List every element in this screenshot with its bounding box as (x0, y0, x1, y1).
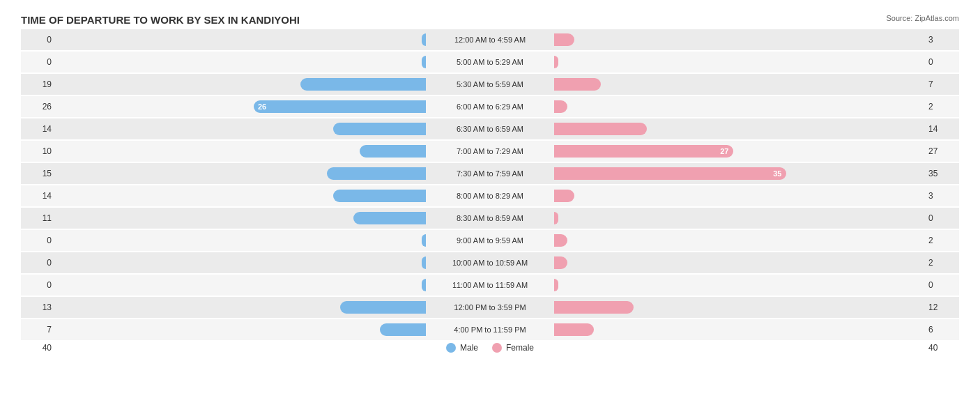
female-bar (554, 212, 558, 224)
blue-bar-wrap (56, 210, 427, 226)
male-bar (327, 167, 427, 180)
pink-bar-wrap (553, 54, 924, 70)
bars-center: 12:00 PM to 3:59 PM (56, 297, 924, 318)
male-bar-value: 26 (258, 102, 266, 111)
time-label: 5:30 AM to 5:59 AM (427, 80, 553, 89)
time-label: 8:30 AM to 8:59 AM (427, 214, 553, 222)
male-value-label: 10 (21, 146, 56, 156)
chart-title: TIME OF DEPARTURE TO WORK BY SEX IN KAND… (21, 14, 300, 26)
pink-bar-wrap (553, 255, 924, 270)
male-bar (360, 145, 426, 158)
bar-row: 195:30 AM to 5:59 AM7 (21, 74, 959, 95)
male-bar (380, 323, 427, 336)
pink-bar-wrap (553, 300, 924, 315)
female-bar (554, 56, 558, 68)
male-value-label: 0 (21, 236, 56, 245)
axis-right: 40 (924, 343, 959, 353)
male-value-label: 0 (21, 57, 56, 67)
source-text: Source: ZipAtlas.com (886, 14, 959, 22)
blue-bar-wrap (56, 233, 427, 248)
bars-center: 8:00 AM to 8:29 AM (56, 185, 924, 206)
blue-bar-wrap (56, 77, 427, 92)
male-value-label: 0 (21, 258, 56, 268)
pink-bar-wrap: 35 (553, 166, 924, 181)
legend-male: Male (446, 343, 478, 353)
blue-bar-wrap (56, 121, 427, 137)
bar-row: 1312:00 PM to 3:59 PM12 (21, 297, 959, 318)
female-value-label: 3 (924, 191, 959, 201)
bar-row: 011:00 AM to 11:59 AM0 (21, 275, 959, 296)
time-label: 10:00 AM to 10:59 AM (427, 259, 553, 267)
bar-row: 05:00 AM to 5:29 AM0 (21, 52, 959, 72)
blue-bar-wrap (56, 300, 427, 315)
blue-bar-wrap (56, 322, 427, 337)
male-value-label: 14 (21, 124, 56, 134)
bars-center: 7:00 AM to 7:29 AM27 (56, 141, 924, 162)
male-bar (422, 234, 426, 247)
bars-center: 12:00 AM to 4:59 AM (56, 29, 924, 50)
female-bar (554, 256, 567, 269)
bars-center: 4:00 PM to 11:59 PM (56, 319, 924, 340)
male-value-label: 26 (21, 102, 56, 112)
male-dot (446, 343, 456, 353)
female-bar-value: 35 (773, 169, 781, 178)
bar-row: 09:00 AM to 9:59 AM2 (21, 230, 959, 251)
male-value-label: 11 (21, 213, 56, 223)
male-bar (422, 256, 426, 269)
blue-bar-wrap (56, 277, 427, 293)
pink-bar-wrap (553, 277, 924, 293)
male-value-label: 0 (21, 35, 56, 45)
female-value-label: 12 (924, 302, 959, 312)
time-label: 11:00 AM to 11:59 AM (427, 281, 553, 289)
blue-bar-wrap (56, 54, 427, 70)
female-dot (492, 343, 502, 353)
female-value-label: 0 (924, 280, 959, 290)
female-value-label: 14 (924, 124, 959, 134)
bar-row: 012:00 AM to 4:59 AM3 (21, 29, 959, 50)
time-label: 6:30 AM to 6:59 AM (427, 125, 553, 133)
pink-bar-wrap (553, 32, 924, 47)
male-value-label: 14 (21, 191, 56, 201)
bars-center: 6:30 AM to 6:59 AM (56, 118, 924, 139)
bar-row: 118:30 AM to 8:59 AM0 (21, 208, 959, 229)
female-value-label: 2 (924, 236, 959, 245)
female-bar: 35 (554, 167, 786, 180)
time-label: 12:00 AM to 4:59 AM (427, 36, 553, 44)
time-label: 5:00 AM to 5:29 AM (427, 58, 553, 66)
bars-center: 11:00 AM to 11:59 AM (56, 275, 924, 296)
male-value-label: 0 (21, 280, 56, 290)
female-value-label: 0 (924, 57, 959, 67)
bar-row: 157:30 AM to 7:59 AM3535 (21, 163, 959, 184)
female-value-label: 0 (924, 213, 959, 223)
blue-bar-wrap (56, 166, 427, 181)
female-bar (554, 279, 558, 291)
male-bar (422, 33, 426, 46)
female-value-label: 3 (924, 35, 959, 45)
female-value-label: 2 (924, 102, 959, 112)
female-value-label: 6 (924, 325, 959, 335)
male-value-label: 7 (21, 325, 56, 335)
legend-female: Female (492, 343, 534, 353)
bar-row: 146:30 AM to 6:59 AM14 (21, 118, 959, 139)
female-bar: 27 (554, 145, 733, 158)
time-label: 6:00 AM to 6:29 AM (427, 102, 553, 111)
time-label: 9:00 AM to 9:59 AM (427, 236, 553, 245)
male-label: Male (460, 343, 478, 353)
female-value-label: 35 (924, 169, 959, 178)
female-label: Female (506, 343, 534, 353)
male-bar (300, 78, 427, 91)
blue-bar-wrap (56, 32, 427, 47)
female-bar (554, 123, 647, 135)
axis-row: 40 Male Female 40 (21, 343, 959, 353)
male-bar: 26 (254, 100, 426, 113)
bars-center: 8:30 AM to 8:59 AM (56, 208, 924, 229)
bars-center: 5:30 AM to 5:59 AM (56, 74, 924, 95)
blue-bar-wrap: 26 (56, 99, 427, 114)
bars-center: 10:00 AM to 10:59 AM (56, 252, 924, 273)
bars-center: 266:00 AM to 6:29 AM (56, 96, 924, 117)
bar-row: 26266:00 AM to 6:29 AM2 (21, 96, 959, 117)
female-bar (554, 323, 594, 336)
time-label: 8:00 AM to 8:29 AM (427, 192, 553, 200)
axis-left: 40 (21, 343, 56, 353)
female-bar (554, 301, 634, 314)
